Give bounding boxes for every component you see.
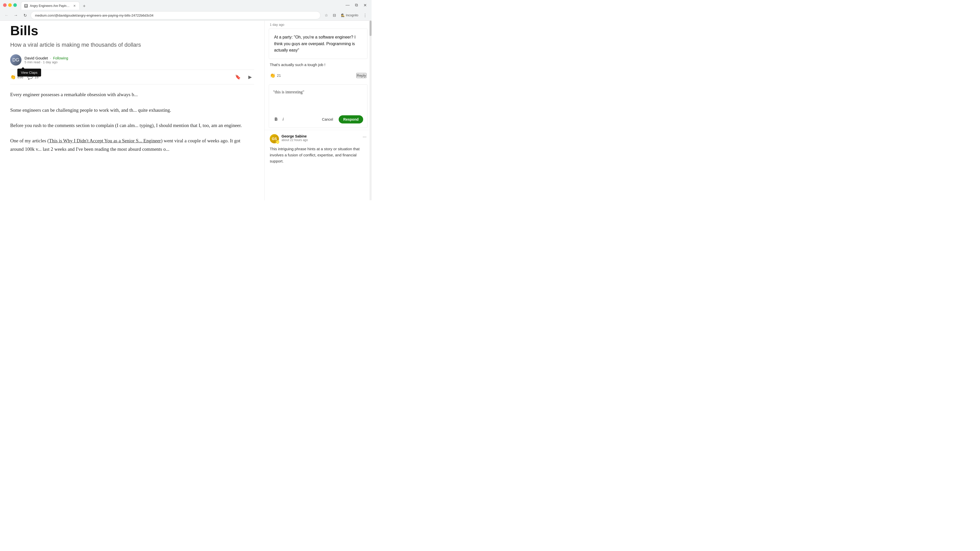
comment1-clap-button[interactable]: 👏 21 [270,73,281,78]
top-timestamp: 1 day ago [265,21,372,29]
article-pane: Bills How a viral article is making me t… [0,21,264,200]
clap-icon: 👏 [10,74,16,80]
address-bar: ← → ↻ ☆ ⊟ 🕵 Incognito ⋮ [0,10,372,21]
comment2-item: GS ★ George Sabine about 22 hours ago ··… [265,130,372,168]
more-menu-button[interactable]: ⋮ [361,12,369,19]
commenter2-info: George Sabine about 22 hours ago [282,134,360,142]
italic-format-button[interactable]: i [281,116,285,123]
author-info: David Goudet · Following 5 min read · 1 … [24,56,68,64]
commenter2-name[interactable]: George Sabine [282,134,360,138]
close-button[interactable]: ✕ [361,2,369,9]
author-name-row: David Goudet · Following [24,56,68,60]
author-avatar[interactable]: DG [10,54,21,65]
panel-content: 1 day ago At a party: "Oh, you're a soft… [265,21,372,200]
active-tab[interactable]: M Angry Engineers Are Paying M... ✕ [21,2,80,10]
article-paragraph-1: Every engineer possesses a remarkable ob… [10,91,254,99]
tab-title: Angry Engineers Are Paying M... [30,4,71,8]
reply-toolbar: B i Cancel Respond [273,113,363,124]
comment1-claps: 21 [277,73,281,78]
following-badge[interactable]: Following [53,56,68,60]
article-paragraph-3: Before you rush to the comments section … [10,121,254,130]
article-paragraph-2: Some engineers can be challenging people… [10,106,254,114]
reply-box: B i Cancel Respond [269,84,368,128]
maximize-window-button[interactable] [13,3,17,7]
new-tab-button[interactable]: + [81,3,88,10]
posted-time: 1 day ago [43,60,57,64]
verified-badge: ★ [276,140,280,144]
bold-format-button[interactable]: B [273,116,279,123]
address-actions: ☆ ⊟ 🕵 Incognito ⋮ [323,12,369,19]
play-button[interactable]: ▶ [246,73,254,81]
comment-quote-text: At a party: "Oh, you're a software engin… [274,35,355,52]
back-button[interactable]: ← [3,12,10,19]
commenter2-avatar[interactable]: GS ★ [270,134,279,143]
restore-button[interactable]: ⧉ [353,2,360,9]
bookmark-button[interactable]: ☆ [323,12,330,19]
url-input[interactable] [30,11,321,19]
scrollbar-track [369,21,372,200]
author-meta: 5 min read · 1 day ago [24,60,68,64]
save-button[interactable]: 🔖 [234,73,242,81]
minimize-window-button[interactable] [8,3,12,7]
incognito-label: Incognito [346,14,358,17]
right-panel: 1 day ago At a party: "Oh, you're a soft… [264,21,372,200]
reload-button[interactable]: ↻ [21,12,29,19]
incognito-badge: 🕵 Incognito [339,13,360,18]
tab-favicon: M [24,4,28,8]
close-window-button[interactable] [3,3,6,7]
split-view-button[interactable]: ⊟ [331,12,338,19]
article-link[interactable]: This is Why I Didn't Accept You as a Sen… [49,138,161,143]
incognito-icon: 🕵 [341,14,345,17]
main-area: Bills How a viral article is making me t… [0,21,372,200]
author-row: DG David Goudet · Following 5 min read ·… [10,54,254,65]
comment1-footer: 👏 21 Reply [265,71,372,83]
respond-button[interactable]: Respond [339,115,363,124]
article-body: Every engineer possesses a remarkable ob… [10,91,254,153]
more-options-button[interactable]: ··· [363,134,366,140]
read-time: 5 min read [24,60,40,64]
comment1-text: That's actually such a tough job ! [265,62,372,71]
comment2-header: GS ★ George Sabine about 22 hours ago ··… [270,134,366,143]
browser-chrome: M Angry Engineers Are Paying M... ✕ + — … [0,0,372,21]
article-actions: 👏 898 💬 18 🔖 ▶ [10,70,254,84]
forward-button[interactable]: → [12,12,19,19]
commenter2-time: about 22 hours ago [282,138,360,142]
clap-icon: 👏 [270,73,275,78]
comment2-body: This intriguing phrase hints at a story … [270,146,366,164]
comment-quote-box: At a party: "Oh, you're a software engin… [269,29,368,59]
scrollbar-thumb[interactable] [369,21,372,36]
window-controls [3,3,17,7]
tab-close-button[interactable]: ✕ [73,3,76,8]
article-title: Bills [10,23,254,38]
article-subtitle: How a viral article is making me thousan… [10,41,254,48]
view-claps-tooltip: View Claps [18,68,41,76]
reply-button[interactable]: Reply [356,73,366,78]
cancel-button[interactable]: Cancel [318,115,337,124]
article-paragraph-4: One of my articles (This is Why I Didn't… [10,137,254,153]
minimize-button[interactable]: — [344,2,351,9]
reply-input[interactable] [273,89,363,109]
title-bar: M Angry Engineers Are Paying M... ✕ + — … [0,0,372,10]
tab-bar: M Angry Engineers Are Paying M... ✕ + [19,0,342,10]
author-name[interactable]: David Goudet [24,56,48,60]
dot-separator: · [50,56,51,60]
avatar-image: DG [10,54,21,65]
